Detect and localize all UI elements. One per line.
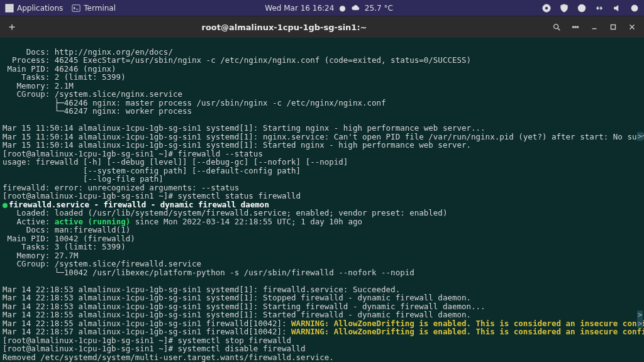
svg-rect-3 bbox=[6, 7, 8, 9]
terminal-output[interactable]: Docs: http://nginx.org/en/docs/ Process:… bbox=[0, 38, 644, 362]
panel-weather-temp[interactable]: 25.7 °C bbox=[365, 4, 393, 13]
maximize-icon bbox=[609, 23, 618, 31]
svg-point-15 bbox=[554, 25, 558, 29]
panel-datetime[interactable]: Wed Mar 16 16:24 bbox=[265, 4, 334, 13]
close-icon bbox=[628, 23, 636, 31]
svg-rect-6 bbox=[6, 9, 8, 12]
window-title: root@almalinux-1cpu-1gb-sg-sin1:~ bbox=[24, 23, 545, 32]
svg-rect-7 bbox=[8, 9, 11, 12]
network-icon[interactable] bbox=[595, 4, 604, 13]
svg-point-18 bbox=[577, 26, 578, 28]
desktop-top-panel: Applications Terminal Wed Mar 16 16:24 ●… bbox=[0, 0, 644, 16]
kebab-icon bbox=[571, 23, 580, 31]
applications-menu[interactable]: Applications bbox=[5, 4, 63, 13]
plus-icon bbox=[8, 23, 16, 31]
maximize-button[interactable] bbox=[605, 19, 621, 35]
minimize-button[interactable] bbox=[586, 19, 602, 35]
term-line: └─46247 nginx: worker process bbox=[3, 106, 192, 116]
svg-rect-2 bbox=[11, 4, 14, 6]
new-tab-button[interactable] bbox=[4, 19, 20, 35]
status-dot-icon bbox=[3, 203, 8, 208]
line-overflow-indicator: > bbox=[637, 132, 643, 141]
power-icon[interactable] bbox=[630, 4, 639, 13]
term-line: since Mon 2022-03-14 22:18:55 UTC; 1 day… bbox=[130, 217, 362, 226]
svg-point-11 bbox=[545, 6, 548, 9]
apps-grid-icon bbox=[5, 4, 14, 13]
svg-point-13 bbox=[581, 6, 582, 7]
term-line: └─10042 /usr/libexec/platform-python -s … bbox=[3, 268, 414, 277]
svg-rect-1 bbox=[8, 4, 11, 6]
volume-icon[interactable] bbox=[613, 4, 621, 13]
taskbar-terminal-label: Terminal bbox=[84, 4, 116, 13]
svg-point-17 bbox=[575, 26, 576, 28]
search-button[interactable] bbox=[548, 19, 565, 35]
svg-rect-9 bbox=[72, 4, 80, 11]
svg-rect-4 bbox=[8, 7, 11, 9]
chrome-icon[interactable] bbox=[542, 4, 551, 13]
terminal-titlebar: root@almalinux-1cpu-1gb-sg-sin1:~ bbox=[0, 16, 644, 38]
close-button[interactable] bbox=[624, 19, 640, 35]
panel-weather-dot: ● bbox=[339, 4, 345, 13]
line-overflow-indicator: > bbox=[637, 319, 643, 328]
line-overflow-indicator: > bbox=[637, 310, 643, 319]
accessibility-icon[interactable] bbox=[577, 4, 586, 13]
svg-rect-5 bbox=[11, 7, 14, 9]
applications-label: Applications bbox=[17, 4, 63, 13]
svg-point-16 bbox=[572, 26, 574, 28]
search-icon bbox=[552, 23, 561, 31]
svg-rect-0 bbox=[6, 4, 8, 6]
warning-text: WARNING: AllowZoneDrifting is enabled. T… bbox=[291, 327, 644, 336]
minimize-icon bbox=[590, 23, 599, 31]
cloud-icon bbox=[351, 4, 360, 13]
terminal-icon bbox=[72, 4, 80, 13]
svg-rect-19 bbox=[611, 25, 616, 30]
taskbar-terminal[interactable]: Terminal bbox=[72, 4, 116, 13]
menu-button[interactable] bbox=[567, 19, 584, 35]
shield-icon[interactable] bbox=[560, 4, 569, 13]
svg-rect-8 bbox=[11, 9, 14, 12]
